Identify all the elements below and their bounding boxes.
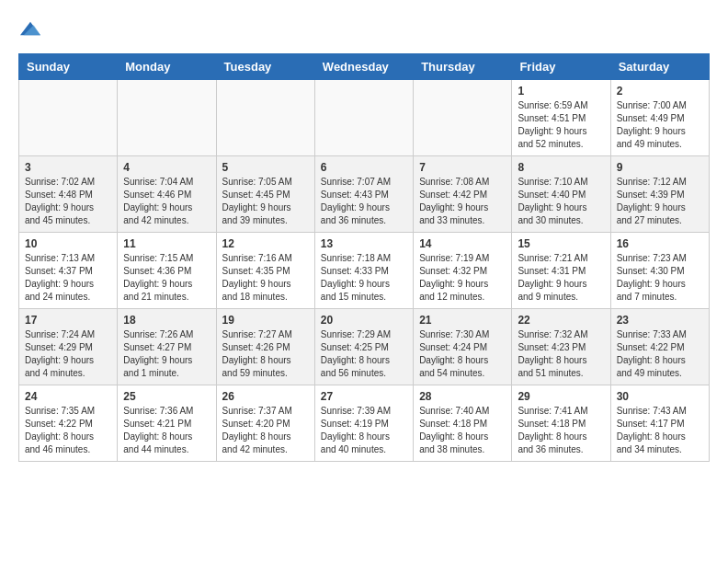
day-info: Sunrise: 7:15 AM Sunset: 4:36 PM Dayligh…: [123, 252, 210, 304]
calendar-cell: 11Sunrise: 7:15 AM Sunset: 4:36 PM Dayli…: [118, 233, 216, 309]
calendar-cell: 7Sunrise: 7:08 AM Sunset: 4:42 PM Daylig…: [414, 156, 512, 233]
calendar-cell: 20Sunrise: 7:29 AM Sunset: 4:25 PM Dayli…: [314, 309, 413, 385]
calendar-cell: 6Sunrise: 7:07 AM Sunset: 4:43 PM Daylig…: [314, 156, 413, 233]
calendar-cell: 14Sunrise: 7:19 AM Sunset: 4:32 PM Dayli…: [414, 233, 512, 309]
day-info: Sunrise: 7:08 AM Sunset: 4:42 PM Dayligh…: [419, 176, 506, 227]
weekday-header-wednesday: Wednesday: [314, 54, 413, 80]
calendar-cell: 19Sunrise: 7:27 AM Sunset: 4:26 PM Dayli…: [216, 309, 314, 385]
day-info: Sunrise: 7:24 AM Sunset: 4:29 PM Dayligh…: [25, 328, 111, 380]
day-number: 20: [321, 314, 407, 327]
day-info: Sunrise: 7:30 AM Sunset: 4:24 PM Dayligh…: [419, 328, 506, 380]
day-info: Sunrise: 7:05 AM Sunset: 4:45 PM Dayligh…: [222, 176, 309, 227]
calendar-cell: 1Sunrise: 6:59 AM Sunset: 4:51 PM Daylig…: [512, 80, 610, 156]
day-info: Sunrise: 7:00 AM Sunset: 4:49 PM Dayligh…: [617, 99, 703, 151]
day-info: Sunrise: 7:29 AM Sunset: 4:25 PM Dayligh…: [321, 328, 407, 380]
day-info: Sunrise: 7:40 AM Sunset: 4:18 PM Dayligh…: [419, 405, 506, 456]
day-number: 25: [123, 390, 210, 403]
calendar-cell: [118, 80, 216, 156]
day-info: Sunrise: 7:37 AM Sunset: 4:20 PM Dayligh…: [222, 405, 309, 456]
calendar-week-3: 10Sunrise: 7:13 AM Sunset: 4:37 PM Dayli…: [19, 233, 710, 309]
day-number: 23: [617, 314, 703, 327]
day-info: Sunrise: 7:10 AM Sunset: 4:40 PM Dayligh…: [518, 176, 604, 227]
day-number: 19: [222, 314, 309, 327]
calendar-cell: 26Sunrise: 7:37 AM Sunset: 4:20 PM Dayli…: [216, 385, 314, 462]
calendar-cell: [19, 80, 118, 156]
calendar-cell: 9Sunrise: 7:12 AM Sunset: 4:39 PM Daylig…: [610, 156, 709, 233]
day-number: 5: [222, 161, 309, 174]
day-number: 10: [25, 237, 111, 250]
day-info: Sunrise: 7:02 AM Sunset: 4:48 PM Dayligh…: [25, 176, 111, 227]
day-number: 15: [518, 237, 604, 250]
calendar-week-2: 3Sunrise: 7:02 AM Sunset: 4:48 PM Daylig…: [19, 156, 710, 233]
calendar-cell: 2Sunrise: 7:00 AM Sunset: 4:49 PM Daylig…: [610, 80, 709, 156]
day-info: Sunrise: 7:35 AM Sunset: 4:22 PM Dayligh…: [25, 405, 111, 456]
calendar-cell: 4Sunrise: 7:04 AM Sunset: 4:46 PM Daylig…: [118, 156, 216, 233]
calendar-week-1: 1Sunrise: 6:59 AM Sunset: 4:51 PM Daylig…: [19, 80, 710, 156]
calendar-cell: 17Sunrise: 7:24 AM Sunset: 4:29 PM Dayli…: [19, 309, 118, 385]
weekday-header-tuesday: Tuesday: [216, 54, 314, 80]
weekday-header-thursday: Thursday: [414, 54, 512, 80]
day-number: 6: [321, 161, 407, 174]
day-info: Sunrise: 7:33 AM Sunset: 4:22 PM Dayligh…: [617, 328, 703, 380]
calendar-cell: 10Sunrise: 7:13 AM Sunset: 4:37 PM Dayli…: [19, 233, 118, 309]
day-number: 27: [321, 390, 407, 403]
day-number: 2: [617, 85, 703, 98]
day-info: Sunrise: 7:43 AM Sunset: 4:17 PM Dayligh…: [617, 405, 703, 456]
calendar-week-4: 17Sunrise: 7:24 AM Sunset: 4:29 PM Dayli…: [19, 309, 710, 385]
calendar-cell: 18Sunrise: 7:26 AM Sunset: 4:27 PM Dayli…: [118, 309, 216, 385]
calendar-cell: 27Sunrise: 7:39 AM Sunset: 4:19 PM Dayli…: [314, 385, 413, 462]
day-info: Sunrise: 7:27 AM Sunset: 4:26 PM Dayligh…: [222, 328, 309, 380]
calendar-cell: 30Sunrise: 7:43 AM Sunset: 4:17 PM Dayli…: [610, 385, 709, 462]
day-info: Sunrise: 7:23 AM Sunset: 4:30 PM Dayligh…: [617, 252, 703, 304]
calendar-cell: 3Sunrise: 7:02 AM Sunset: 4:48 PM Daylig…: [19, 156, 118, 233]
calendar-header-row: SundayMondayTuesdayWednesdayThursdayFrid…: [19, 54, 710, 80]
calendar-cell: 12Sunrise: 7:16 AM Sunset: 4:35 PM Dayli…: [216, 233, 314, 309]
day-number: 11: [123, 237, 210, 250]
day-number: 3: [25, 161, 111, 174]
calendar-cell: 25Sunrise: 7:36 AM Sunset: 4:21 PM Dayli…: [118, 385, 216, 462]
logo-icon: [20, 18, 40, 39]
calendar-table: SundayMondayTuesdayWednesdayThursdayFrid…: [18, 53, 710, 462]
day-info: Sunrise: 7:19 AM Sunset: 4:32 PM Dayligh…: [419, 252, 506, 304]
day-info: Sunrise: 7:21 AM Sunset: 4:31 PM Dayligh…: [518, 252, 604, 304]
weekday-header-sunday: Sunday: [19, 54, 118, 80]
day-info: Sunrise: 7:32 AM Sunset: 4:23 PM Dayligh…: [518, 328, 604, 380]
page: SundayMondayTuesdayWednesdayThursdayFrid…: [0, 0, 728, 471]
weekday-header-monday: Monday: [118, 54, 216, 80]
weekday-header-friday: Friday: [512, 54, 610, 80]
day-info: Sunrise: 7:16 AM Sunset: 4:35 PM Dayligh…: [222, 252, 309, 304]
day-info: Sunrise: 7:13 AM Sunset: 4:37 PM Dayligh…: [25, 252, 111, 304]
calendar-cell: 16Sunrise: 7:23 AM Sunset: 4:30 PM Dayli…: [610, 233, 709, 309]
calendar-cell: [414, 80, 512, 156]
day-number: 16: [617, 237, 703, 250]
day-info: Sunrise: 7:12 AM Sunset: 4:39 PM Dayligh…: [617, 176, 703, 227]
day-number: 13: [321, 237, 407, 250]
day-number: 29: [518, 390, 604, 403]
calendar-cell: 15Sunrise: 7:21 AM Sunset: 4:31 PM Dayli…: [512, 233, 610, 309]
day-number: 24: [25, 390, 111, 403]
calendar-cell: 8Sunrise: 7:10 AM Sunset: 4:40 PM Daylig…: [512, 156, 610, 233]
day-info: Sunrise: 7:07 AM Sunset: 4:43 PM Dayligh…: [321, 176, 407, 227]
day-info: Sunrise: 7:41 AM Sunset: 4:18 PM Dayligh…: [518, 405, 604, 456]
calendar-cell: 21Sunrise: 7:30 AM Sunset: 4:24 PM Dayli…: [414, 309, 512, 385]
calendar-cell: 22Sunrise: 7:32 AM Sunset: 4:23 PM Dayli…: [512, 309, 610, 385]
calendar-week-5: 24Sunrise: 7:35 AM Sunset: 4:22 PM Dayli…: [19, 385, 710, 462]
calendar-cell: 28Sunrise: 7:40 AM Sunset: 4:18 PM Dayli…: [414, 385, 512, 462]
day-number: 30: [617, 390, 703, 403]
day-number: 9: [617, 161, 703, 174]
calendar-cell: 29Sunrise: 7:41 AM Sunset: 4:18 PM Dayli…: [512, 385, 610, 462]
calendar-cell: 13Sunrise: 7:18 AM Sunset: 4:33 PM Dayli…: [314, 233, 413, 309]
day-number: 4: [123, 161, 210, 174]
day-number: 28: [419, 390, 506, 403]
calendar-cell: [216, 80, 314, 156]
header: [18, 18, 710, 44]
weekday-header-saturday: Saturday: [610, 54, 709, 80]
calendar-cell: 5Sunrise: 7:05 AM Sunset: 4:45 PM Daylig…: [216, 156, 314, 233]
day-number: 7: [419, 161, 506, 174]
day-number: 26: [222, 390, 309, 403]
day-info: Sunrise: 7:18 AM Sunset: 4:33 PM Dayligh…: [321, 252, 407, 304]
day-info: Sunrise: 7:36 AM Sunset: 4:21 PM Dayligh…: [123, 405, 210, 456]
day-info: Sunrise: 7:26 AM Sunset: 4:27 PM Dayligh…: [123, 328, 210, 380]
day-number: 21: [419, 314, 506, 327]
calendar-cell: [314, 80, 413, 156]
